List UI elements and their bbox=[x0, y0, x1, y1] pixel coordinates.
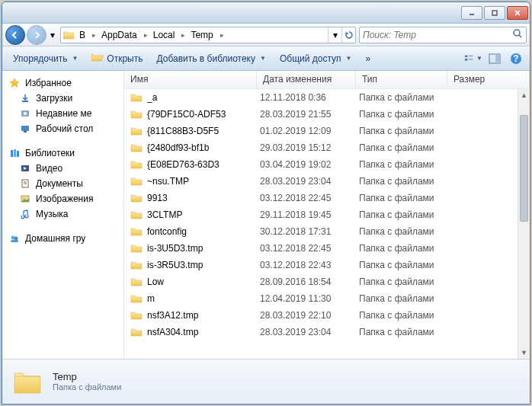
file-row[interactable]: ~nsu.TMP28.03.2019 23:04Папка с файлами bbox=[124, 173, 530, 190]
file-row[interactable]: {811C88B3-D5F501.02.2019 12:09Папка с фа… bbox=[124, 123, 530, 139]
breadcrumb-segment[interactable]: Temp bbox=[187, 27, 217, 43]
search-icon bbox=[512, 28, 523, 41]
column-name[interactable]: Имя bbox=[124, 71, 257, 88]
file-row[interactable]: _a12.11.2018 0:36Папка с файлами bbox=[124, 89, 530, 106]
file-type: Папка с файлами bbox=[359, 243, 450, 254]
svg-rect-16 bbox=[24, 131, 27, 133]
open-button[interactable]: Открыть bbox=[85, 49, 149, 68]
nav-forward-button[interactable] bbox=[27, 25, 46, 45]
scroll-up-button[interactable]: ▲ bbox=[518, 89, 530, 101]
file-row[interactable]: Low28.09.2016 18:54Папка с файлами bbox=[124, 273, 530, 290]
file-type: Папка с файлами bbox=[359, 310, 450, 321]
chevron-right-icon[interactable]: ▸ bbox=[218, 31, 226, 39]
folder-icon bbox=[130, 309, 144, 321]
column-type[interactable]: Тип bbox=[356, 71, 447, 88]
scrollbar[interactable]: ▲ ▼ bbox=[518, 89, 530, 359]
file-type: Папка с файлами bbox=[359, 159, 450, 170]
sidebar-item[interactable]: Загрузки bbox=[2, 91, 123, 106]
sidebar-item[interactable]: Документы bbox=[2, 176, 123, 191]
file-date: 01.02.2019 12:09 bbox=[260, 126, 359, 136]
add-to-library-button[interactable]: Добавить в библиотеку▼ bbox=[150, 50, 271, 67]
toolbar-overflow[interactable]: » bbox=[359, 50, 377, 67]
organize-button[interactable]: Упорядочить▼ bbox=[7, 50, 84, 67]
file-row[interactable]: is-3U5D3.tmp03.12.2018 22:45Папка с файл… bbox=[124, 240, 530, 257]
file-date: 12.11.2018 0:36 bbox=[260, 92, 359, 103]
star-icon bbox=[8, 77, 21, 89]
breadcrumb-segment[interactable]: Local bbox=[150, 27, 180, 43]
sidebar-item[interactable]: Музыка bbox=[2, 206, 123, 222]
file-list: Имя Дата изменения Тип Размер _a12.11.20… bbox=[124, 71, 530, 359]
file-row[interactable]: 991303.12.2018 22:45Папка с файлами bbox=[124, 190, 530, 206]
file-row[interactable]: is-3R5U3.tmp03.12.2018 22:43Папка с файл… bbox=[124, 257, 530, 273]
sidebar-item[interactable]: Недавние ме bbox=[2, 106, 123, 121]
file-date: 03.04.2019 19:02 bbox=[260, 159, 359, 170]
sidebar-item[interactable]: Видео bbox=[2, 161, 123, 176]
chevron-right-icon[interactable]: ▸ bbox=[142, 31, 150, 39]
column-date[interactable]: Дата изменения bbox=[257, 71, 356, 88]
breadcrumb[interactable]: B▸AppData▸Local▸Temp▸ ▾ bbox=[60, 27, 356, 43]
folder-icon bbox=[130, 158, 144, 171]
folder-icon bbox=[61, 30, 76, 40]
file-name: Low bbox=[147, 277, 260, 287]
file-name: {79DF15C0-ADF53 bbox=[147, 109, 260, 120]
file-name: 9913 bbox=[147, 193, 260, 203]
file-row[interactable]: {E08ED763-63D303.04.2019 19:02Папка с фа… bbox=[124, 156, 530, 173]
chevron-right-icon[interactable]: ▸ bbox=[179, 31, 187, 39]
svg-rect-19 bbox=[17, 151, 19, 157]
breadcrumb-segment[interactable]: B bbox=[76, 27, 90, 43]
breadcrumb-segment[interactable]: AppData bbox=[98, 27, 142, 43]
refresh-button[interactable] bbox=[341, 27, 355, 43]
navbar: ▾ B▸AppData▸Local▸Temp▸ ▾ bbox=[2, 24, 530, 46]
file-row[interactable]: nsf3A12.tmp28.03.2019 22:10Папка с файла… bbox=[124, 307, 530, 324]
libraries-icon bbox=[8, 147, 21, 159]
file-row[interactable]: fontconfig30.12.2018 17:31Папка с файлам… bbox=[124, 223, 530, 240]
file-row[interactable]: m12.04.2019 11:30Папка с файлами bbox=[124, 290, 530, 307]
folder-icon bbox=[130, 91, 144, 104]
svg-rect-12 bbox=[22, 101, 28, 102]
nav-history-dropdown[interactable]: ▾ bbox=[48, 27, 57, 43]
file-name: is-3U5D3.tmp bbox=[147, 243, 260, 254]
file-row[interactable]: {79DF15C0-ADF5328.03.2019 21:55Папка с ф… bbox=[124, 106, 530, 123]
folder-icon bbox=[130, 293, 144, 305]
svg-rect-29 bbox=[11, 240, 18, 242]
sidebar-item[interactable]: Изображения bbox=[2, 191, 123, 206]
svg-rect-17 bbox=[11, 150, 13, 157]
column-headers: Имя Дата изменения Тип Размер bbox=[124, 71, 530, 89]
file-row[interactable]: {2480df93-bf1b29.03.2019 15:12Папка с фа… bbox=[124, 139, 530, 156]
search-box[interactable] bbox=[359, 27, 527, 43]
preview-pane-button[interactable] bbox=[486, 50, 504, 68]
sidebar-icon bbox=[19, 123, 31, 135]
file-type: Папка с файлами bbox=[359, 92, 450, 103]
chevron-right-icon[interactable]: ▸ bbox=[90, 31, 98, 39]
explorer-window: ▾ B▸AppData▸Local▸Temp▸ ▾ Упорядочить▼ О… bbox=[2, 2, 530, 404]
sidebar-icon bbox=[19, 92, 31, 104]
scroll-down-button[interactable]: ▼ bbox=[518, 347, 530, 359]
file-row[interactable]: nsfA304.tmp28.03.2019 23:04Папка с файла… bbox=[124, 324, 530, 340]
file-type: Папка с файлами bbox=[359, 209, 450, 220]
share-button[interactable]: Общий доступ▼ bbox=[274, 50, 358, 67]
sidebar-homegroup-header[interactable]: Домашняя гру bbox=[2, 231, 123, 246]
file-name: fontconfig bbox=[147, 226, 260, 237]
svg-point-14 bbox=[24, 112, 27, 115]
details-name: Temp bbox=[53, 371, 121, 382]
folder-icon bbox=[130, 175, 144, 187]
svg-line-3 bbox=[519, 35, 521, 37]
sidebar-libraries-header[interactable]: Библиотеки bbox=[2, 145, 123, 161]
column-size[interactable]: Размер bbox=[447, 71, 530, 88]
file-name: {2480df93-bf1b bbox=[147, 142, 260, 153]
file-row[interactable]: 3CLTMP29.11.2018 19:45Папка с файлами bbox=[124, 206, 530, 223]
file-date: 30.12.2018 17:31 bbox=[260, 226, 359, 237]
sidebar-item[interactable]: Рабочий стол bbox=[2, 121, 123, 136]
nav-back-button[interactable] bbox=[5, 25, 25, 45]
minimize-button[interactable] bbox=[461, 6, 482, 20]
file-type: Папка с файлами bbox=[359, 109, 450, 120]
view-options-button[interactable]: ▼ bbox=[464, 50, 482, 68]
breadcrumb-dropdown[interactable]: ▾ bbox=[328, 27, 341, 43]
maximize-button[interactable] bbox=[484, 6, 505, 20]
close-button[interactable] bbox=[507, 6, 528, 20]
file-type: Папка с файлами bbox=[359, 277, 450, 287]
help-button[interactable]: ? bbox=[507, 50, 525, 68]
scroll-thumb[interactable] bbox=[520, 115, 528, 222]
search-input[interactable] bbox=[363, 30, 512, 40]
sidebar-favorites-header[interactable]: Избранное bbox=[2, 75, 123, 91]
